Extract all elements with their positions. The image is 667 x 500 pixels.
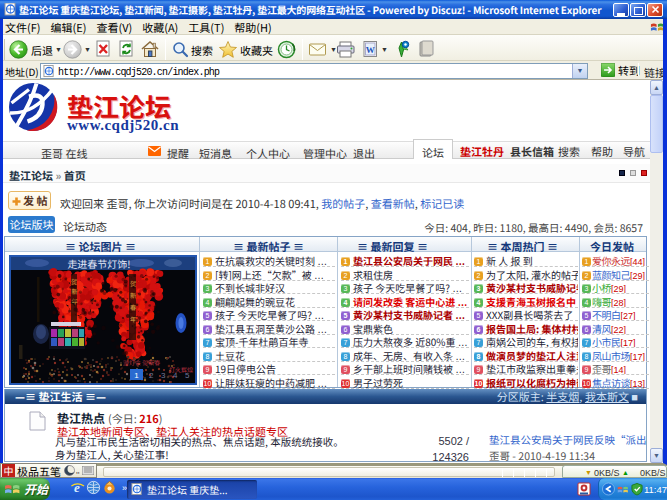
svg-text:e: e: [74, 480, 80, 495]
svg-text:年: 年: [130, 314, 137, 324]
svg-text:游灯会 贺新春: 游灯会 贺新春: [123, 358, 160, 367]
svg-text:1: 1: [134, 371, 139, 380]
svg-text:W: W: [366, 45, 375, 55]
svg-text:4: 4: [173, 371, 178, 380]
svg-text:贺: 贺: [71, 276, 78, 286]
svg-text:2: 2: [149, 371, 154, 380]
svg-text:5: 5: [185, 371, 190, 380]
svg-text:走进春节灯饰!: 走进春节灯饰!: [67, 257, 130, 271]
svg-text:新: 新: [130, 290, 137, 300]
svg-text:3: 3: [161, 371, 166, 380]
